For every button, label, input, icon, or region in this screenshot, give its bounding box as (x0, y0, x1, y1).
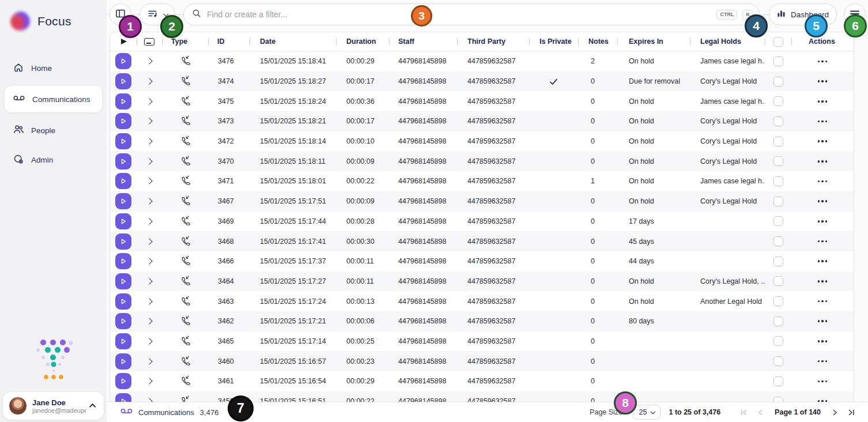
table-row[interactable]: 3473 15/01/2025 15:18:21 00:00:17 447968… (110, 111, 854, 131)
sidebar-item-admin[interactable]: Admin (5, 148, 102, 171)
row-checkbox[interactable] (773, 276, 783, 286)
row-checkbox[interactable] (773, 216, 783, 226)
row-actions-button[interactable] (816, 198, 830, 205)
row-actions-button[interactable] (816, 398, 830, 402)
page-size-select[interactable]: 25 (633, 405, 661, 420)
row-checkbox[interactable] (773, 77, 783, 86)
table-row[interactable]: 3462 15/01/2025 15:17:21 00:00:06 447968… (110, 311, 854, 331)
row-checkbox[interactable] (773, 236, 783, 246)
row-checkbox[interactable] (773, 156, 783, 166)
filter-search-bar[interactable]: CTRL K (183, 3, 760, 25)
expand-row-icon[interactable] (146, 258, 152, 265)
row-actions-button[interactable] (816, 178, 830, 185)
expand-row-icon[interactable] (146, 78, 152, 84)
play-button[interactable] (115, 253, 131, 269)
row-checkbox[interactable] (773, 137, 783, 146)
row-checkbox[interactable] (773, 296, 783, 306)
expand-row-icon[interactable] (146, 118, 152, 125)
row-checkbox[interactable] (773, 197, 783, 206)
play-button[interactable] (115, 73, 131, 89)
row-actions-button[interactable] (816, 78, 830, 85)
row-actions-button[interactable] (816, 158, 830, 165)
table-row[interactable]: 3463 15/01/2025 15:17:24 00:00:13 447968… (110, 291, 854, 311)
play-button[interactable] (115, 113, 131, 129)
row-checkbox[interactable] (773, 96, 783, 106)
row-checkbox[interactable] (773, 56, 783, 66)
table-row[interactable]: 3472 15/01/2025 15:18:14 00:00:10 447968… (110, 131, 854, 152)
expand-row-icon[interactable] (146, 198, 152, 204)
row-actions-button[interactable] (816, 218, 830, 225)
row-actions-button[interactable] (816, 378, 830, 385)
play-button[interactable] (115, 313, 131, 329)
header-staff[interactable]: Staff (389, 32, 457, 51)
table-row[interactable]: 3468 15/01/2025 15:17:41 00:00:30 447968… (110, 231, 854, 251)
expand-row-icon[interactable] (146, 298, 152, 304)
row-checkbox[interactable] (773, 356, 783, 366)
last-page-button[interactable] (847, 408, 856, 417)
row-actions-button[interactable] (816, 278, 830, 285)
expand-row-icon[interactable] (146, 358, 152, 364)
table-row[interactable]: 3470 15/01/2025 15:18:11 00:00:09 447968… (110, 151, 854, 171)
expand-row-icon[interactable] (146, 58, 152, 65)
table-row[interactable]: 3465 15/01/2025 15:17:14 00:00:25 447968… (110, 331, 854, 352)
row-checkbox[interactable] (773, 397, 783, 402)
table-row[interactable]: 3461 15/01/2025 15:16:54 00:00:29 447968… (110, 371, 854, 391)
table-row[interactable]: 3459 15/01/2025 15:16:51 00:00:22 447968… (110, 391, 854, 402)
expand-row-icon[interactable] (146, 138, 152, 144)
play-button[interactable] (115, 193, 131, 209)
row-actions-button[interactable] (816, 118, 830, 125)
row-actions-button[interactable] (816, 318, 830, 325)
sidebar-item-home[interactable]: Home (5, 56, 102, 80)
row-actions-button[interactable] (816, 358, 830, 365)
row-actions-button[interactable] (816, 58, 830, 65)
header-third-party[interactable]: Third Party (457, 32, 529, 51)
play-button[interactable] (115, 333, 131, 349)
row-actions-button[interactable] (816, 138, 830, 145)
row-checkbox[interactable] (773, 116, 783, 126)
play-button[interactable] (115, 373, 131, 389)
header-duration[interactable]: Duration (336, 32, 389, 51)
table-row[interactable]: 3471 15/01/2025 15:18:01 00:00:22 447968… (110, 171, 854, 191)
next-page-button[interactable] (830, 408, 840, 417)
table-row[interactable]: 3466 15/01/2025 15:17:37 00:00:11 447968… (110, 251, 854, 272)
play-button[interactable] (115, 393, 131, 402)
table-row[interactable]: 3460 15/01/2025 15:16:57 00:00:23 447968… (110, 351, 854, 371)
play-button[interactable] (115, 133, 131, 149)
play-button[interactable] (115, 93, 131, 110)
row-actions-button[interactable] (816, 258, 830, 265)
expand-row-icon[interactable] (146, 238, 152, 244)
row-checkbox[interactable] (773, 176, 783, 186)
play-button[interactable] (115, 273, 131, 289)
table-row[interactable]: 3469 15/01/2025 15:17:44 00:00:28 447968… (110, 212, 854, 232)
filter-search-input[interactable] (207, 10, 711, 19)
row-actions-button[interactable] (816, 238, 830, 245)
expand-row-icon[interactable] (146, 338, 152, 344)
expand-row-icon[interactable] (146, 278, 152, 284)
row-checkbox[interactable] (773, 316, 783, 326)
expand-row-icon[interactable] (146, 398, 152, 402)
row-checkbox[interactable] (773, 376, 783, 386)
play-button[interactable] (115, 233, 131, 250)
row-actions-button[interactable] (816, 298, 830, 305)
table-row[interactable]: 3476 15/01/2025 15:18:41 00:00:29 447968… (110, 51, 854, 71)
play-button[interactable] (115, 353, 131, 370)
header-date[interactable]: Date (250, 32, 336, 51)
select-all-checkbox[interactable] (773, 37, 783, 47)
play-button[interactable] (115, 173, 131, 189)
sidebar-item-people[interactable]: People (5, 119, 102, 142)
table-row[interactable]: 3474 15/01/2025 15:18:27 00:00:17 447968… (110, 71, 854, 92)
expand-row-icon[interactable] (146, 178, 152, 184)
user-profile-button[interactable]: Jane Doe janedoe@madeupe... (3, 392, 104, 420)
first-page-button[interactable] (739, 408, 749, 417)
previous-page-button[interactable] (756, 408, 765, 417)
play-button[interactable] (115, 213, 131, 229)
sidebar-item-communications[interactable]: Communications (5, 86, 102, 112)
table-row[interactable]: 3475 15/01/2025 15:18:24 00:00:36 447968… (110, 91, 854, 111)
table-row[interactable]: 3467 15/01/2025 15:17:51 00:00:09 447968… (110, 191, 854, 212)
row-actions-button[interactable] (816, 338, 830, 345)
row-checkbox[interactable] (773, 336, 783, 346)
header-notes[interactable]: Notes (578, 32, 617, 51)
expand-row-icon[interactable] (146, 378, 152, 385)
expand-row-icon[interactable] (146, 318, 152, 325)
expand-row-icon[interactable] (146, 98, 152, 104)
